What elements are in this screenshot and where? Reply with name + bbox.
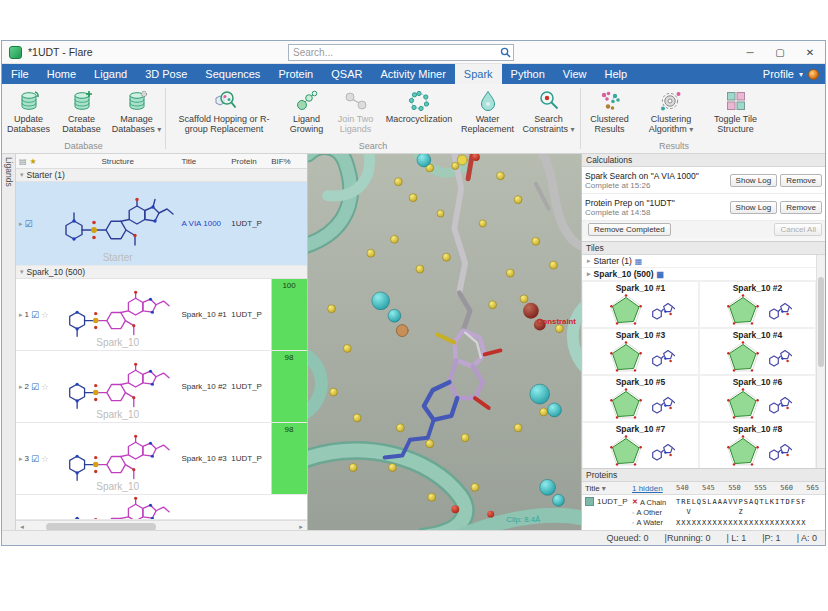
remove-completed-button[interactable]: Remove Completed <box>588 223 671 236</box>
visibility-checkbox[interactable]: ☑ <box>31 310 39 320</box>
ligand-growing-button[interactable]: Ligand Growing <box>282 86 331 135</box>
remove-button[interactable]: Remove <box>780 201 822 214</box>
tab-spark[interactable]: Spark <box>455 64 502 84</box>
manage-databases-button[interactable]: Manage Databases ▾ <box>108 86 165 136</box>
tab-home[interactable]: Home <box>38 64 85 84</box>
result-tile[interactable]: Spark_10 #8 <box>699 422 816 468</box>
tab-activity-miner[interactable]: Activity Miner <box>371 64 454 84</box>
scrollbar-thumb[interactable] <box>818 277 824 367</box>
button-label: Update Databases <box>4 114 53 134</box>
title-bar[interactable]: *1UDT - Flare ─ ▢ ✕ <box>2 41 825 64</box>
tree-item-spark[interactable]: ▸ Spark_10 (500) ▦ <box>582 268 825 281</box>
tab-sequences[interactable]: Sequences <box>196 64 269 84</box>
column-bif[interactable]: BIF% <box>271 157 307 166</box>
column-structure[interactable]: Structure <box>54 157 182 166</box>
expander-icon[interactable]: ▸ <box>19 220 23 228</box>
tab-qsar[interactable]: QSAR <box>322 64 371 84</box>
expander-icon[interactable]: ▸ <box>19 311 23 319</box>
3d-viewport[interactable]: Constraint Clip: 8.4Å <box>308 154 581 530</box>
group-header-spark[interactable]: ▾ Spark_10 (500) <box>16 266 307 279</box>
favorites-icon[interactable]: ★ <box>30 157 37 166</box>
toggle-tile-structure-button[interactable]: Toggle Tile Structure <box>704 86 767 135</box>
macrocyclization-button[interactable]: Macrocyclization <box>380 86 458 125</box>
join-two-ligands-button[interactable]: Join Two Ligands <box>331 86 380 135</box>
remove-button[interactable]: Remove <box>780 174 822 187</box>
button-label: Macrocyclization <box>386 114 453 124</box>
visibility-checkbox[interactable]: ☑ <box>31 454 39 464</box>
result-tile[interactable]: Spark_10 #5 <box>582 375 699 422</box>
profile-menu[interactable]: Profile <box>763 68 794 80</box>
scrollbar-thumb[interactable] <box>46 523 156 531</box>
result-tile[interactable]: Spark_10 #6 <box>699 375 816 422</box>
tab-view[interactable]: View <box>554 64 596 84</box>
profile-icon[interactable] <box>808 69 819 80</box>
favorite-star-icon[interactable]: ☆ <box>41 310 49 320</box>
favorite-star-icon[interactable]: ☆ <box>41 454 49 464</box>
scaffold-hopping-button[interactable]: Scaffold Hopping or R-group Replacement <box>166 86 282 135</box>
table-row[interactable]: ▸ 2 ☑ ☆ Spark_10 Spark_10 #2 1UDT_P 98 <box>16 351 307 423</box>
button-label: Manage Databases <box>112 114 155 134</box>
water-replacement-button[interactable]: Water Replacement <box>458 86 517 135</box>
protein-row[interactable]: 1UDT_P ✕ A Chain ◦ A Other ◦ <box>582 495 825 530</box>
tab-ligand[interactable]: Ligand <box>85 64 136 84</box>
show-log-button[interactable]: Show Log <box>730 174 778 187</box>
column-title[interactable]: Title <box>181 157 231 166</box>
row-watermark: Spark_10 <box>54 481 182 492</box>
scroll-right-icon[interactable]: ▸ <box>295 523 307 531</box>
column-protein[interactable]: Protein <box>231 157 271 166</box>
clustered-results-button[interactable]: Clustered Results <box>581 86 638 135</box>
expander-icon[interactable]: ▸ <box>19 455 23 463</box>
search-icon[interactable] <box>497 47 513 58</box>
ligands-table-header: ▤ ★ Structure Title Protein BIF% <box>16 154 307 169</box>
scroll-left-icon[interactable]: ◂ <box>16 523 28 531</box>
sequence-view[interactable]: TRELQSLAAAVVPSAQTLKITDFSF V Z XXXXXXXXXX… <box>676 495 825 530</box>
result-tile[interactable]: Spark_10 #2 <box>699 281 816 328</box>
tab-help[interactable]: Help <box>595 64 636 84</box>
result-tile[interactable]: Spark_10 #3 <box>582 328 699 375</box>
protein-color-swatch[interactable] <box>585 497 594 506</box>
search-input[interactable] <box>289 47 497 58</box>
maximize-button[interactable]: ▢ <box>765 41 795 63</box>
group-header-starter[interactable]: ▾ Starter (1) <box>16 169 307 182</box>
create-database-button[interactable]: Create Database <box>55 86 108 135</box>
expander-icon[interactable]: ▸ <box>19 383 23 391</box>
tab-python[interactable]: Python <box>502 64 554 84</box>
macrocycle-icon <box>406 87 432 114</box>
close-button[interactable]: ✕ <box>795 41 825 63</box>
favorite-star-icon[interactable]: ☆ <box>41 382 49 392</box>
search-constraints-button[interactable]: Search Constraints ▾ <box>517 86 580 136</box>
cancel-all-button[interactable]: Cancel All <box>774 223 822 236</box>
table-row[interactable]: ▸ 3 ☑ ☆ Spark_10 Spark_10 #3 1UDT_P 98 <box>16 423 307 495</box>
table-row-partial[interactable] <box>16 495 307 520</box>
expander-icon[interactable]: ▸ <box>587 270 591 278</box>
expander-icon[interactable]: ▸ <box>587 257 591 265</box>
proteins-title-dropdown[interactable]: Title ▾ <box>582 484 632 493</box>
collapse-icon[interactable]: ▾ <box>20 171 24 179</box>
minimize-button[interactable]: ─ <box>735 41 765 63</box>
clustering-algorithm-button[interactable]: Clustering Algorithm ▾ <box>638 86 704 136</box>
result-tile[interactable]: Spark_10 #7 <box>582 422 699 468</box>
tab-3d-pose[interactable]: 3D Pose <box>136 64 196 84</box>
result-tile[interactable]: Spark_10 #1 <box>582 281 699 328</box>
ligands-side-tab[interactable]: Ligands <box>2 154 16 530</box>
tab-file[interactable]: File <box>2 64 38 84</box>
chain-item[interactable]: ◦ A Water <box>632 518 676 527</box>
chain-item[interactable]: ◦ A Other <box>632 508 676 517</box>
ribbon-group-label: Database <box>2 140 165 153</box>
result-tile[interactable]: Spark_10 #4 <box>699 328 816 375</box>
update-databases-button[interactable]: Update Databases <box>2 86 55 135</box>
vertical-scrollbar[interactable] <box>816 255 825 468</box>
tree-item-starter[interactable]: ▸ Starter (1) ▦ <box>582 255 825 268</box>
table-row[interactable]: ▸ 1 ☑ ☆ Spark_10 Spark_10 #1 1UDT_P 100 <box>16 279 307 351</box>
visibility-checkbox[interactable]: ☑ <box>25 219 33 229</box>
list-icon[interactable]: ▤ <box>19 157 27 166</box>
table-row-starter[interactable]: ▸ ☑ Starter A VIA 1000 1UDT_P <box>16 182 307 266</box>
chain-item[interactable]: ✕ A Chain <box>632 498 676 507</box>
hide-icon[interactable]: ✕ <box>632 498 638 506</box>
horizontal-scrollbar[interactable]: ◂ ▸ <box>16 520 307 530</box>
tab-protein[interactable]: Protein <box>269 64 322 84</box>
collapse-icon[interactable]: ▾ <box>20 268 24 276</box>
show-log-button[interactable]: Show Log <box>730 201 778 214</box>
visibility-checkbox[interactable]: ☑ <box>31 382 39 392</box>
hidden-proteins-link[interactable]: 1 hidden <box>632 484 670 493</box>
